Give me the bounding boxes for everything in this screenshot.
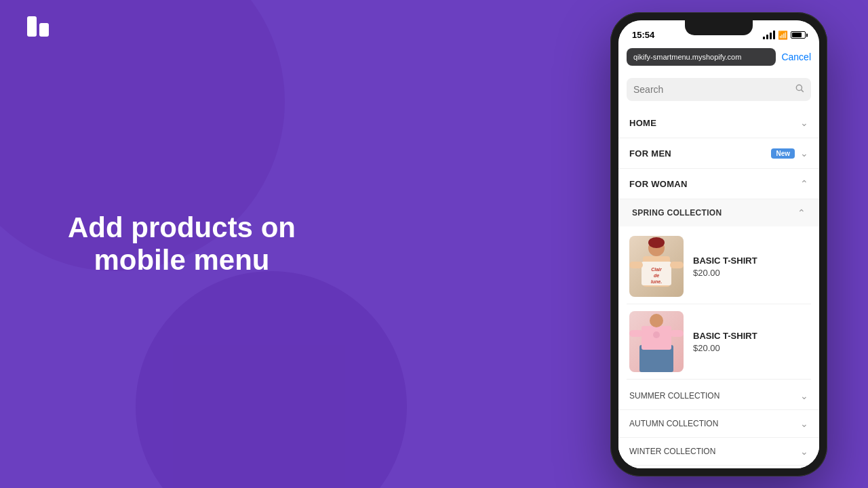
product-name-1: BASIC T-SHIRT	[693, 256, 808, 266]
sub-collection-winter[interactable]: WINTER COLLECTION ⌄	[618, 438, 819, 466]
menu-item-home[interactable]: HOME ⌄	[618, 108, 819, 138]
search-input[interactable]	[633, 84, 791, 95]
svg-point-0	[796, 85, 802, 90]
search-icon	[795, 83, 804, 96]
sub-collection-summer-label: SUMMER COLLECTION	[629, 391, 719, 401]
menu-item-for-men-label: FOR MEN	[629, 148, 671, 159]
svg-text:lune.: lune.	[651, 279, 662, 284]
sub-collection-autumn[interactable]: AUTUMN COLLECTION ⌄	[618, 410, 819, 438]
search-bar[interactable]	[627, 78, 811, 101]
logo-bar-right	[39, 23, 49, 37]
cancel-button[interactable]: Cancel	[781, 52, 811, 62]
chevron-up-icon: ⌃	[800, 178, 808, 189]
chevron-down-icon: ⌄	[800, 446, 808, 457]
svg-rect-10	[670, 262, 684, 268]
phone-notch	[685, 20, 753, 35]
svg-point-13	[653, 331, 660, 338]
hero-text: Add products on mobile menu	[68, 211, 296, 277]
status-icons: 📶	[763, 30, 806, 40]
battery-icon	[791, 31, 806, 39]
chevron-down-icon: ⌄	[800, 390, 808, 401]
product-name-2: BASIC T-SHIRT	[693, 331, 808, 341]
chevron-up-icon: ⌃	[797, 207, 806, 218]
phone-frame: 15:54 📶 qikify-smartm	[610, 12, 827, 476]
submenu-spring-header[interactable]: SPRING COLLECTION ⌃	[618, 199, 819, 226]
menu-content[interactable]: HOME ⌄ FOR MEN New ⌄ FOR WOMAN ⌃	[618, 71, 819, 468]
menu-item-for-woman[interactable]: FOR WOMAN ⌃	[618, 169, 819, 199]
svg-text:de: de	[654, 273, 659, 278]
svg-line-1	[802, 90, 804, 92]
chevron-down-icon: ⌄	[800, 117, 808, 128]
svg-rect-16	[670, 330, 684, 337]
new-badge: New	[771, 148, 795, 159]
product-img-svg-2	[629, 311, 684, 372]
product-img-svg-1: Clair de lune.	[629, 236, 684, 297]
chevron-down-icon: ⌄	[800, 148, 808, 159]
svg-rect-15	[629, 330, 643, 337]
wifi-icon: 📶	[778, 30, 788, 40]
url-bar: qikify-smartmenu.myshopify.com	[627, 48, 776, 66]
menu-item-for-men[interactable]: FOR MEN New ⌄	[618, 138, 819, 169]
svg-point-4	[648, 237, 665, 248]
svg-rect-9	[629, 262, 643, 268]
status-time: 15:54	[632, 30, 654, 40]
product-image-1: Clair de lune.	[629, 236, 684, 297]
product-price-1: $20.00	[693, 268, 808, 278]
sub-collection-autumn-label: AUTUMN COLLECTION	[629, 419, 718, 428]
submenu-spring: SPRING COLLECTION ⌃	[618, 199, 819, 382]
phone-screen: 15:54 📶 qikify-smartm	[618, 20, 819, 468]
submenu-spring-label: SPRING COLLECTION	[632, 208, 722, 218]
menu-item-for-woman-label: FOR WOMAN	[629, 179, 688, 189]
logo	[27, 16, 49, 37]
url-bar-area: qikify-smartmenu.myshopify.com Cancel	[618, 44, 819, 71]
sub-collection-winter-label: WINTER COLLECTION	[629, 447, 715, 456]
menu-item-home-label: HOME	[629, 118, 656, 128]
product-price-2: $20.00	[693, 343, 808, 353]
signal-icon	[763, 30, 775, 39]
product-info-1: BASIC T-SHIRT $20.00	[693, 256, 808, 278]
product-info-2: BASIC T-SHIRT $20.00	[693, 331, 808, 353]
product-card-2[interactable]: BASIC T-SHIRT $20.00	[627, 304, 811, 380]
product-card-1[interactable]: Clair de lune.	[627, 229, 811, 304]
bg-circle-2	[136, 271, 407, 488]
logo-bar-left	[27, 16, 37, 37]
svg-point-14	[650, 314, 663, 327]
svg-text:Clair: Clair	[651, 267, 663, 272]
phone-mockup: 15:54 📶 qikify-smartm	[610, 12, 827, 476]
product-list: Clair de lune.	[618, 226, 819, 382]
product-image-2	[629, 311, 684, 372]
chevron-down-icon: ⌄	[800, 418, 808, 429]
sub-collection-summer[interactable]: SUMMER COLLECTION ⌄	[618, 382, 819, 410]
